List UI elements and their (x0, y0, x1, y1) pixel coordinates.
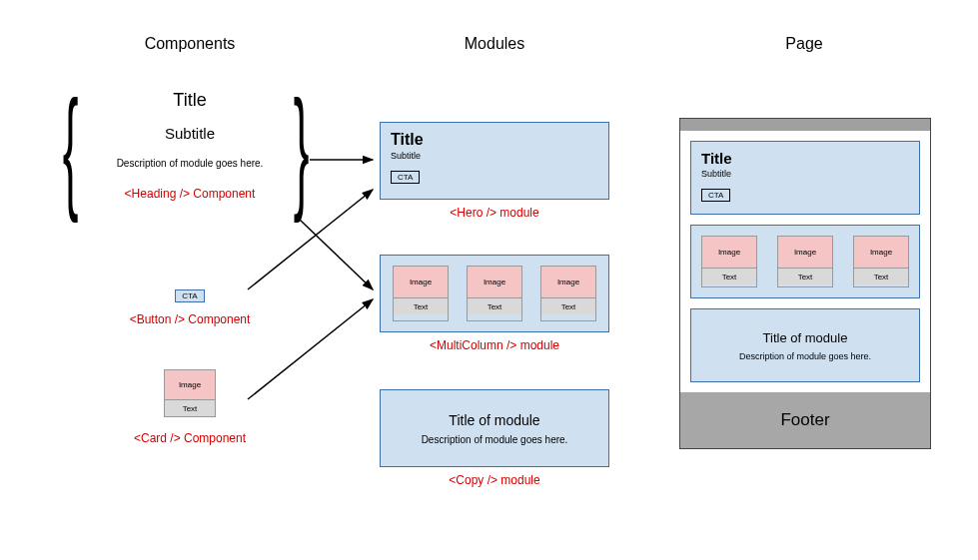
hero-cta: CTA (391, 171, 420, 184)
page-footer: Footer (680, 392, 930, 448)
brace-right-icon: } (294, 85, 310, 213)
modules-header: Modules (395, 35, 594, 53)
multi-card-0: Image Text (393, 266, 449, 321)
card-chip: Image Text (164, 369, 216, 417)
page-header: Page (704, 35, 904, 53)
card-image: Image (165, 370, 215, 400)
page-topbar (680, 119, 930, 131)
hero-subtitle: Subtitle (391, 151, 598, 161)
card-image: Image (778, 237, 832, 269)
button-component-label: <Button /> Component (120, 312, 260, 326)
heading-subtitle: Subtitle (100, 125, 280, 142)
multicolumn-module-label: <MultiColumn /> module (380, 338, 609, 352)
heading-description: Description of module goes here. (100, 158, 280, 169)
copy-description: Description of module goes here. (422, 434, 568, 445)
card-image: Image (468, 267, 521, 298)
page-hero-title: Title (701, 150, 909, 167)
card-image: Image (854, 237, 908, 269)
page-hero: Title Subtitle CTA (690, 141, 920, 215)
svg-line-4 (248, 299, 373, 399)
card-text: Text (778, 269, 832, 284)
heading-component: Title Subtitle Description of module goe… (100, 90, 280, 201)
copy-module: Title of module Description of module go… (380, 389, 609, 467)
page-body: Title Subtitle CTA Image Text Image Text… (680, 131, 930, 392)
page-hero-subtitle: Subtitle (701, 169, 909, 179)
card-text: Text (394, 298, 448, 314)
card-image: Image (394, 267, 448, 298)
svg-line-2 (248, 190, 373, 289)
card-text: Text (541, 298, 595, 314)
card-component-label: <Card /> Component (120, 431, 260, 445)
copy-module-label: <Copy /> module (380, 473, 609, 487)
card-text: Text (702, 269, 756, 284)
multi-card-1: Image Text (467, 266, 522, 321)
svg-line-3 (300, 220, 373, 289)
heading-component-label: <Heading /> Component (100, 187, 280, 201)
page-copy: Title of module Description of module go… (690, 308, 920, 382)
page-card-2: Image Text (853, 236, 909, 287)
hero-module: Title Subtitle CTA (380, 122, 609, 200)
page-hero-cta: CTA (701, 189, 730, 202)
page-multicolumn: Image Text Image Text Image Text (690, 225, 920, 298)
page-card-0: Image Text (701, 236, 757, 287)
page-card-1: Image Text (777, 236, 833, 287)
button-component: CTA <Button /> Component (120, 284, 260, 326)
hero-module-label: <Hero /> module (380, 206, 609, 220)
copy-title: Title of module (449, 412, 539, 428)
multicolumn-module: Image Text Image Text Image Text (380, 255, 609, 332)
card-image: Image (541, 267, 595, 298)
hero-title: Title (391, 131, 598, 149)
card-component: Image Text <Card /> Component (120, 369, 260, 445)
brace-left-icon: { (63, 85, 79, 213)
card-text: Text (854, 269, 908, 284)
page-copy-title: Title of module (763, 330, 848, 345)
heading-title: Title (100, 90, 280, 111)
card-text: Text (468, 298, 521, 314)
page-frame: Title Subtitle CTA Image Text Image Text… (679, 118, 931, 449)
components-header: Components (90, 35, 290, 53)
page-copy-description: Description of module goes here. (739, 351, 871, 361)
card-text: Text (165, 400, 215, 416)
card-image: Image (702, 237, 756, 269)
cta-chip: CTA (175, 289, 204, 302)
multi-card-2: Image Text (540, 266, 596, 321)
